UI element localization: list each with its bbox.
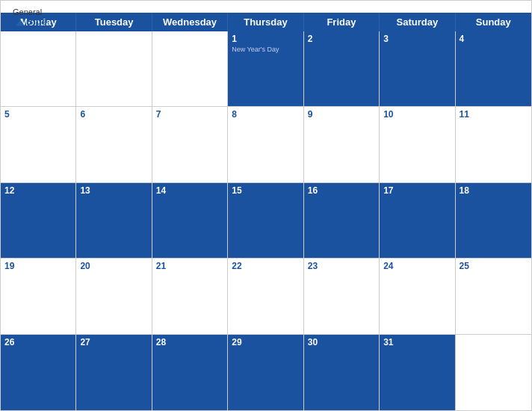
week-row-5: 262728293031: [1, 335, 531, 410]
weekday-header-tuesday: Tuesday: [76, 13, 152, 31]
day-number: 16: [308, 185, 375, 196]
day-number: 27: [80, 337, 147, 347]
day-cell: 12: [1, 183, 76, 259]
day-cell: 5: [1, 107, 76, 182]
day-number: 13: [80, 185, 147, 196]
day-cell: 11: [456, 107, 531, 182]
logo-blue-text: Blue: [13, 16, 47, 26]
day-number: 9: [308, 109, 375, 120]
day-cell: 29: [228, 335, 303, 410]
day-number: 12: [4, 185, 72, 196]
weekday-header-friday: Friday: [304, 13, 380, 31]
logo: General Blue: [13, 8, 47, 26]
calendar-header: General Blue: [1, 1, 531, 13]
day-number: 5: [4, 109, 72, 120]
day-number: 1: [232, 34, 299, 44]
day-cell: 24: [380, 259, 455, 334]
day-number: 10: [383, 109, 451, 120]
day-number: 31: [383, 337, 451, 347]
week-row-2: 567891011: [1, 107, 531, 182]
weekday-header-wednesday: Wednesday: [152, 13, 228, 31]
day-number: 11: [460, 109, 528, 120]
day-cell: 2: [304, 31, 380, 107]
day-cell: 1New Year's Day: [228, 31, 303, 107]
day-cell: 8: [228, 107, 303, 182]
weekday-headers: MondayTuesdayWednesdayThursdayFridaySatu…: [1, 13, 531, 31]
day-cell: 16: [304, 183, 380, 259]
calendar-grid: 1New Year's Day2345678910111213141516171…: [1, 31, 531, 410]
day-cell: 19: [1, 259, 76, 334]
logo-mountain-icon: [13, 17, 25, 26]
day-number: 21: [156, 261, 223, 271]
day-number: 19: [4, 261, 72, 271]
day-number: 18: [460, 185, 528, 196]
day-number: 14: [156, 185, 223, 196]
day-number: 7: [156, 109, 223, 120]
day-number: 25: [460, 261, 528, 271]
day-number: 15: [232, 185, 299, 196]
day-cell: 23: [304, 259, 380, 334]
day-number: 4: [460, 34, 528, 44]
day-number: 20: [80, 261, 147, 271]
day-cell: 17: [380, 183, 455, 259]
day-cell: 20: [76, 259, 152, 334]
day-cell: 30: [304, 335, 380, 410]
day-number: 29: [232, 337, 299, 347]
day-number: 23: [308, 261, 375, 271]
day-number: 26: [4, 337, 72, 347]
day-cell: 14: [152, 183, 228, 259]
day-cell: 6: [76, 107, 152, 182]
day-number: 17: [383, 185, 451, 196]
day-number: 30: [308, 337, 375, 347]
weekday-header-saturday: Saturday: [380, 13, 455, 31]
day-cell: 4: [456, 31, 531, 107]
day-cell: 9: [304, 107, 380, 182]
day-cell: 21: [152, 259, 228, 334]
day-number: 3: [383, 34, 451, 44]
day-cell: 10: [380, 107, 455, 182]
day-cell: [456, 335, 531, 410]
day-cell: 27: [76, 335, 152, 410]
day-number: 2: [308, 34, 375, 44]
day-cell: 18: [456, 183, 531, 259]
day-cell: 26: [1, 335, 76, 410]
week-row-1: 1New Year's Day234: [1, 31, 531, 107]
day-cell: 3: [380, 31, 455, 107]
holiday-label: New Year's Day: [232, 46, 299, 53]
day-cell: 28: [152, 335, 228, 410]
day-cell: [152, 31, 228, 107]
day-cell: [76, 31, 152, 107]
week-row-4: 19202122232425: [1, 259, 531, 334]
day-number: 24: [383, 261, 451, 271]
day-cell: 25: [456, 259, 531, 334]
weekday-header-sunday: Sunday: [456, 13, 531, 31]
calendar: General Blue MondayTuesdayWednesdayThurs…: [0, 0, 532, 411]
day-number: 22: [232, 261, 299, 271]
day-cell: [1, 31, 76, 107]
day-number: 8: [232, 109, 299, 120]
day-number: 28: [156, 337, 223, 347]
week-row-3: 12131415161718: [1, 183, 531, 259]
day-cell: 15: [228, 183, 303, 259]
day-cell: 22: [228, 259, 303, 334]
day-number: 6: [80, 109, 147, 120]
weekday-header-thursday: Thursday: [228, 13, 303, 31]
day-cell: 31: [380, 335, 455, 410]
day-cell: 7: [152, 107, 228, 182]
day-cell: 13: [76, 183, 152, 259]
